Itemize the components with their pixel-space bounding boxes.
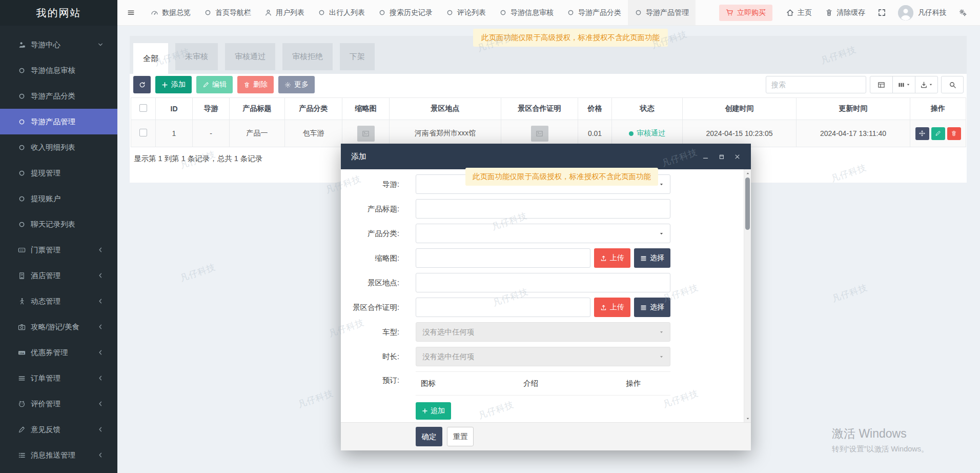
export-icon	[920, 81, 928, 89]
refresh-button[interactable]	[133, 76, 151, 93]
tab-4[interactable]: 下架	[340, 43, 375, 70]
trash-icon	[243, 82, 250, 88]
row-checkbox[interactable]	[139, 129, 147, 136]
sidebar-item-2[interactable]: 导游产品分类	[0, 83, 117, 109]
sidebar-group-8[interactable]: CC门票管理	[0, 237, 117, 263]
clear-cache-button[interactable]: 清除缓存	[819, 0, 872, 26]
sidebar-group-9[interactable]: 酒店管理	[0, 263, 117, 288]
sidebar-item-label: 优惠券管理	[31, 348, 68, 358]
chevron-down-icon	[96, 42, 105, 48]
sidebar-group-15[interactable]: 意见反馈	[0, 417, 117, 442]
confirm-button[interactable]: 确定	[416, 427, 442, 446]
avatar	[898, 5, 913, 21]
nav-item-1[interactable]: 首页导航栏	[197, 0, 258, 25]
sidebar-group-13[interactable]: 订单管理	[0, 365, 117, 391]
scrollbar-thumb[interactable]	[745, 178, 750, 230]
upload-path-field[interactable]	[416, 298, 590, 317]
nav-item-label: 用户列表	[276, 8, 304, 17]
tab-3[interactable]: 审核拒绝	[282, 43, 333, 70]
sidebar-item-label: 意见反馈	[31, 425, 60, 435]
nav-item-5[interactable]: 评论列表	[439, 0, 493, 25]
row-edit-button[interactable]	[931, 127, 945, 140]
text-field[interactable]	[416, 273, 670, 292]
field-label: 景区地点:	[341, 278, 416, 288]
upload-path-field[interactable]	[416, 248, 590, 268]
select-field[interactable]	[416, 224, 670, 243]
upload-button[interactable]: 上传	[594, 298, 630, 317]
upload-button[interactable]: 上传	[594, 248, 630, 268]
home-button[interactable]: 主页	[780, 0, 819, 26]
sort-move-button[interactable]	[915, 127, 929, 140]
scroll-up-icon[interactable]	[744, 170, 751, 176]
minimize-icon[interactable]	[702, 153, 709, 160]
cell-price: 0.01	[578, 120, 612, 147]
dialog-scrollbar[interactable]	[744, 169, 751, 422]
sidebar-item-4[interactable]: 收入明细列表	[0, 134, 117, 160]
choose-button[interactable]: 选择	[634, 248, 670, 268]
export-button[interactable]	[915, 76, 938, 93]
reset-button[interactable]: 重置	[447, 427, 474, 446]
sidebar-item-label: 门票管理	[31, 245, 60, 255]
thumbnail-image[interactable]	[357, 126, 375, 142]
add-button[interactable]: 添加	[155, 76, 192, 93]
buy-now-button[interactable]: 立即购买	[719, 5, 772, 21]
nav-item-7[interactable]: 导游产品分类	[560, 0, 628, 25]
settings-button[interactable]	[953, 0, 973, 26]
choose-button[interactable]: 选择	[634, 298, 670, 317]
text-field[interactable]	[416, 199, 670, 219]
edit-button[interactable]: 编辑	[196, 76, 233, 93]
columns-icon	[897, 81, 905, 89]
circle-icon	[446, 9, 454, 16]
column-header: 操作	[910, 98, 966, 120]
select-field[interactable]: 没有选中任何项	[416, 347, 670, 366]
sidebar-group-12[interactable]: VISA优惠券管理	[0, 340, 117, 365]
column-header: 更新时间	[797, 98, 910, 120]
scroll-down-icon[interactable]	[744, 415, 751, 422]
maximize-icon[interactable]	[718, 153, 725, 160]
nav-item-6[interactable]: 导游信息审核	[493, 0, 560, 25]
nav-item-4[interactable]: 搜索历史记录	[372, 0, 439, 25]
tab-1[interactable]: 未审核	[175, 43, 218, 70]
circle-icon	[17, 67, 26, 74]
sidebar-item-3[interactable]: 导游产品管理	[0, 109, 117, 134]
sidebar-toggle-icon[interactable]	[117, 0, 144, 25]
row-delete-button[interactable]	[947, 127, 961, 140]
columns-button[interactable]	[892, 76, 915, 93]
sidebar-group-0[interactable]: 导游中心	[0, 32, 117, 57]
caret-down-icon	[659, 182, 664, 187]
caret-down-icon	[659, 354, 664, 359]
sidebar-group-10[interactable]: 动态管理	[0, 288, 117, 314]
fullscreen-button[interactable]	[872, 0, 892, 26]
sidebar-group-16[interactable]: 消息推送管理	[0, 442, 117, 468]
nav-item-3[interactable]: 出行人列表	[311, 0, 372, 25]
sidebar-item-7[interactable]: 聊天记录列表	[0, 211, 117, 237]
sidebar-group-14[interactable]: 评价管理	[0, 391, 117, 417]
sidebar-group-11[interactable]: 攻略/游记/美食	[0, 314, 117, 340]
pagination-toggle-button[interactable]	[870, 76, 893, 93]
form-field-5: 景区合作证明:上传选择	[341, 298, 744, 317]
search-button[interactable]	[941, 76, 964, 93]
sidebar-item-1[interactable]: 导游信息审核	[0, 57, 117, 83]
nav-item-0[interactable]: 数据总览	[144, 0, 197, 25]
tab-2[interactable]: 审核通过	[225, 43, 275, 70]
user-menu[interactable]: 凡仔科技	[892, 5, 953, 21]
select-all-checkbox[interactable]	[139, 104, 147, 112]
append-button[interactable]: 追加	[416, 402, 451, 420]
cell-actions	[910, 120, 966, 147]
circle-icon	[17, 195, 26, 203]
circle-icon	[318, 9, 325, 16]
select-field[interactable]: 没有选中任何项	[416, 322, 670, 342]
more-button[interactable]: 更多	[278, 76, 315, 93]
close-icon[interactable]	[734, 153, 741, 160]
chevron-left-icon	[96, 349, 105, 356]
sidebar-item-6[interactable]: 提现账户	[0, 186, 117, 211]
tab-0[interactable]: 全部	[133, 43, 168, 74]
certificate-image[interactable]	[531, 126, 548, 142]
booking-subtable-header: 图标介绍操作	[416, 371, 670, 396]
search-input[interactable]	[766, 76, 866, 93]
nav-item-2[interactable]: 用户列表	[258, 0, 311, 25]
add-dialog-titlebar[interactable]: 添加	[341, 144, 751, 169]
delete-button[interactable]: 删除	[237, 76, 274, 93]
sidebar-item-5[interactable]: 提现管理	[0, 160, 117, 186]
nav-item-8[interactable]: 导游产品管理	[628, 0, 696, 25]
